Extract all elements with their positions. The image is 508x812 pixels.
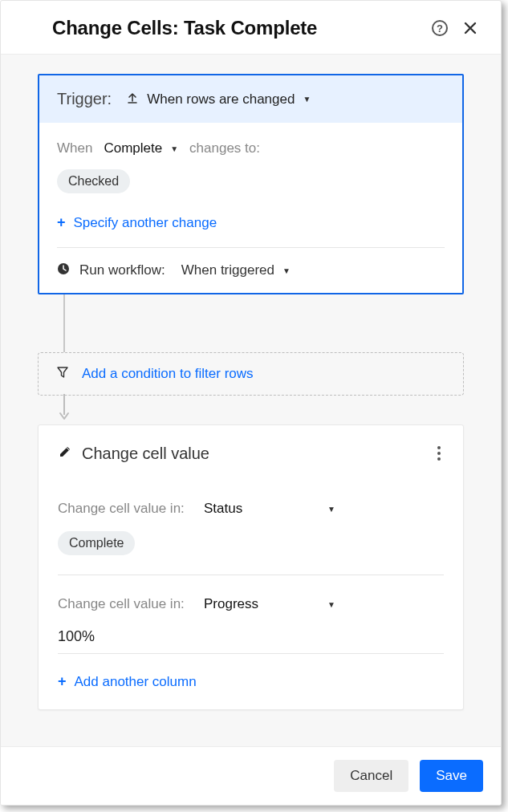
chevron-down-icon: ▼ <box>327 600 335 609</box>
column-select[interactable]: Progress ▼ <box>204 593 340 615</box>
action-field-row: Change cell value in: Status ▼ <box>58 493 444 520</box>
action-menu-button[interactable] <box>434 443 444 464</box>
column-select-value: Status <box>204 501 242 517</box>
when-row: When Complete ▼ changes to: <box>57 140 445 156</box>
trigger-header: Trigger: When rows are changed ▼ <box>39 75 462 123</box>
field-value-row: Complete <box>58 531 444 555</box>
dialog-header: Change Cells: Task Complete ? <box>1 1 501 55</box>
plus-icon: + <box>57 214 66 231</box>
action-title: Change cell value <box>82 445 209 463</box>
action-card: Change cell value Change cell value in: … <box>38 424 464 710</box>
when-column-value: Complete <box>104 140 162 156</box>
run-label: Run workflow: <box>79 262 165 278</box>
upload-icon <box>126 91 139 108</box>
filter-icon <box>56 366 69 382</box>
add-change-link[interactable]: + Specify another change <box>57 214 445 231</box>
connector-arrow <box>38 396 464 424</box>
trigger-type-select[interactable]: When rows are changed ▼ <box>126 91 311 108</box>
header-actions: ? <box>432 20 478 36</box>
cancel-button[interactable]: Cancel <box>334 760 408 792</box>
field-label: Change cell value in: <box>58 596 186 612</box>
chevron-down-icon: ▼ <box>303 95 311 104</box>
action-field-row: Change cell value in: Progress ▼ <box>58 588 444 615</box>
run-workflow-row: Run workflow: When triggered ▼ <box>57 248 445 278</box>
action-header: Change cell value <box>58 443 444 464</box>
chevron-down-icon: ▼ <box>282 266 291 275</box>
arrow-down-icon <box>59 394 70 421</box>
trigger-label: Trigger: <box>57 90 112 108</box>
trigger-type-label: When rows are changed <box>147 91 295 108</box>
trigger-value-chip[interactable]: Checked <box>57 169 130 193</box>
connector-line <box>63 294 65 352</box>
chevron-down-icon: ▼ <box>170 144 178 153</box>
action-title-wrap: Change cell value <box>58 445 209 463</box>
run-schedule-value: When triggered <box>181 262 274 278</box>
when-label: When <box>57 140 92 156</box>
add-column-link[interactable]: + Add another column <box>58 673 444 690</box>
column-select[interactable]: Status ▼ <box>204 497 340 520</box>
dialog-footer: Cancel Save <box>1 746 501 805</box>
close-icon[interactable] <box>462 20 478 36</box>
clock-icon <box>57 262 70 278</box>
trigger-value-row: Checked <box>57 156 445 193</box>
field-value-text[interactable]: 100% <box>58 615 444 654</box>
trigger-body: When Complete ▼ changes to: Checked + Sp… <box>39 123 462 293</box>
connector <box>38 294 464 352</box>
dialog-body: Trigger: When rows are changed ▼ When Co… <box>1 55 501 746</box>
chevron-down-icon: ▼ <box>327 505 335 514</box>
filter-link-label: Add a condition to filter rows <box>82 366 254 382</box>
trigger-card[interactable]: Trigger: When rows are changed ▼ When Co… <box>38 74 464 294</box>
field-label: Change cell value in: <box>58 501 186 517</box>
column-select-value: Progress <box>204 596 258 612</box>
help-icon[interactable]: ? <box>432 20 448 36</box>
add-column-label: Add another column <box>75 674 197 690</box>
pencil-icon <box>58 445 72 462</box>
dialog-title: Change Cells: Task Complete <box>52 17 317 39</box>
when-column-select[interactable]: Complete ▼ <box>104 140 178 156</box>
field-value-chip[interactable]: Complete <box>58 531 135 555</box>
save-button[interactable]: Save <box>420 760 483 792</box>
filter-condition-box[interactable]: Add a condition to filter rows <box>38 352 464 396</box>
changes-to-label: changes to: <box>189 140 260 156</box>
svg-text:?: ? <box>437 22 443 35</box>
add-change-label: Specify another change <box>74 215 217 231</box>
workflow-dialog: Change Cells: Task Complete ? Trigger: W… <box>0 0 502 806</box>
run-schedule-select[interactable]: When triggered ▼ <box>181 262 291 278</box>
divider <box>58 574 444 575</box>
plus-icon: + <box>58 673 67 690</box>
